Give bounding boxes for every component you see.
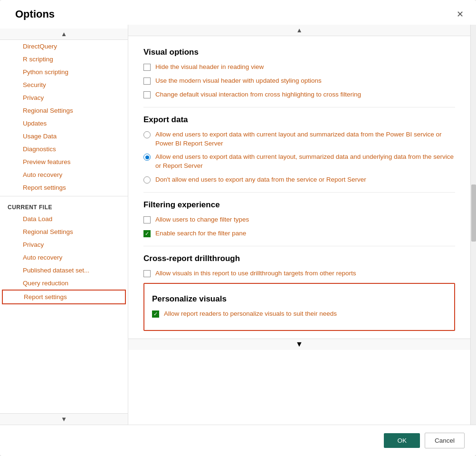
divider-1 [143, 107, 455, 107]
checkbox-drillthrough[interactable] [143, 270, 151, 277]
sidebar-item-diagnostics[interactable]: Diagnostics [0, 143, 128, 155]
sidebar-item-current-auto-recovery[interactable]: Auto recovery [0, 251, 128, 264]
personalize-section: Personalize visuals ✓ Allow report reade… [143, 283, 455, 331]
sidebar-scroll-up[interactable]: ▲ [0, 29, 128, 40]
label-change-filter-types: Allow users to change filter types [155, 215, 249, 224]
option-no-export: Don't allow end users to export any data… [143, 175, 455, 184]
sidebar-item-regional-settings[interactable]: Regional Settings [0, 104, 128, 117]
checkbox-change-filter-types[interactable] [143, 216, 151, 223]
sidebar-scroll-down[interactable]: ▼ [0, 413, 128, 425]
sidebar-item-current-regional-settings[interactable]: Regional Settings [0, 225, 128, 238]
dialog-title: Options [15, 8, 55, 20]
sidebar-item-r-scripting[interactable]: R scripting [0, 53, 128, 66]
option-enable-search-filter: ✓ Enable search for the filter pane [143, 229, 455, 238]
dialog-header: Options ✕ [0, 0, 476, 25]
sidebar-item-updates[interactable]: Updates [0, 117, 128, 130]
option-hide-visual-header: Hide the visual header in reading view [143, 63, 455, 72]
content-scrollbar-thumb [471, 184, 476, 242]
label-no-export: Don't allow end users to export any data… [155, 175, 366, 184]
option-change-filter-types: Allow users to change filter types [143, 215, 455, 224]
filtering-title: Filtering experience [143, 200, 455, 210]
sidebar-divider [0, 196, 128, 196]
radio-no-export[interactable] [143, 176, 151, 184]
cancel-button[interactable]: Cancel [425, 433, 465, 448]
option-personalize-visuals: ✓ Allow report readers to personalize vi… [152, 310, 447, 319]
option-modern-visual-header: Use the modern visual header with update… [143, 77, 455, 86]
label-drillthrough: Allow visuals in this report to use dril… [155, 269, 356, 278]
cross-report-title: Cross-report drillthrough [143, 254, 455, 263]
sidebar-item-privacy[interactable]: Privacy [0, 91, 128, 104]
label-enable-search-filter: Enable search for the filter pane [155, 229, 246, 238]
option-drillthrough: Allow visuals in this report to use dril… [143, 269, 455, 278]
dialog-body: ▲ DirectQuery R scripting Python scripti… [0, 25, 476, 425]
sidebar-item-auto-recovery[interactable]: Auto recovery [0, 168, 128, 181]
sidebar-global-items: DirectQuery R scripting Python scripting… [0, 40, 128, 194]
sidebar-item-preview-features[interactable]: Preview features [0, 155, 128, 168]
ok-button[interactable]: OK [384, 433, 420, 448]
content-area: ▲ Visual options Hide the visual header … [128, 25, 470, 425]
radio-export-underlying[interactable] [143, 154, 151, 161]
label-modern-visual-header: Use the modern visual header with update… [155, 77, 322, 86]
sidebar-item-current-report-settings[interactable]: Report settings [2, 290, 126, 304]
sidebar-item-report-settings[interactable]: Report settings [0, 181, 128, 194]
sidebar-item-python-scripting[interactable]: Python scripting [0, 66, 128, 78]
sidebar-item-directquery[interactable]: DirectQuery [0, 40, 128, 53]
content-wrapper: ▲ Visual options Hide the visual header … [128, 25, 476, 425]
checkbox-enable-search-filter[interactable]: ✓ [143, 230, 151, 237]
option-export-summarized: Allow end users to export data with curr… [143, 130, 455, 148]
dialog-footer: OK Cancel [0, 425, 476, 456]
sidebar-item-data-load[interactable]: Data Load [0, 213, 128, 225]
label-cross-highlighting: Change default visual interaction from c… [155, 90, 361, 99]
checkbox-modern-visual-header[interactable] [143, 78, 151, 85]
label-export-underlying: Allow end users to export data with curr… [155, 153, 455, 171]
visual-options-title: Visual options [143, 48, 455, 57]
label-export-summarized: Allow end users to export data with curr… [155, 130, 455, 148]
sidebar-item-current-privacy[interactable]: Privacy [0, 238, 128, 251]
close-button[interactable]: ✕ [453, 8, 466, 21]
personalize-title: Personalize visuals [152, 294, 447, 304]
content-scrollbar [470, 25, 476, 425]
options-dialog: Options ✕ ▲ DirectQuery R scripting Pyth… [0, 0, 476, 456]
label-hide-visual-header: Hide the visual header in reading view [155, 63, 264, 72]
divider-3 [143, 246, 455, 246]
sidebar: ▲ DirectQuery R scripting Python scripti… [0, 25, 128, 425]
content-scroll-down[interactable]: ▼ [128, 339, 470, 350]
radio-export-summarized[interactable] [143, 131, 151, 138]
label-personalize-visuals: Allow report readers to personalize visu… [164, 310, 337, 319]
checkbox-cross-highlighting[interactable] [143, 91, 151, 98]
option-cross-highlighting: Change default visual interaction from c… [143, 90, 455, 99]
sidebar-item-query-reduction[interactable]: Query reduction [0, 277, 128, 290]
export-data-title: Export data [143, 115, 455, 125]
divider-2 [143, 192, 455, 193]
content-inner: Visual options Hide the visual header in… [128, 36, 470, 339]
sidebar-item-usage-data[interactable]: Usage Data [0, 130, 128, 143]
current-file-header: CURRENT FILE [0, 198, 128, 213]
checkbox-hide-visual-header[interactable] [143, 64, 151, 71]
sidebar-item-published-dataset[interactable]: Published dataset set... [0, 264, 128, 277]
content-scroll-up[interactable]: ▲ [128, 25, 470, 36]
checkbox-personalize-visuals[interactable]: ✓ [152, 310, 159, 318]
sidebar-current-file-items: Data Load Regional Settings Privacy Auto… [0, 213, 128, 304]
option-export-underlying: Allow end users to export data with curr… [143, 153, 455, 171]
sidebar-item-security[interactable]: Security [0, 78, 128, 91]
